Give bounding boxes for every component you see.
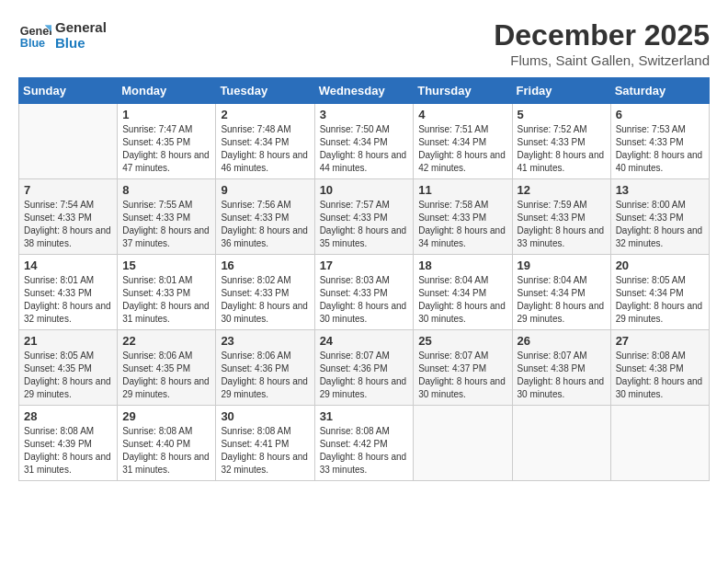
day-info: Sunrise: 8:05 AM Sunset: 4:34 PM Dayligh… — [616, 274, 704, 326]
day-number: 9 — [221, 183, 309, 197]
week-row-5: 28Sunrise: 8:08 AM Sunset: 4:39 PM Dayli… — [19, 406, 710, 481]
day-cell: 27Sunrise: 8:08 AM Sunset: 4:38 PM Dayli… — [610, 330, 709, 406]
day-cell: 16Sunrise: 8:02 AM Sunset: 4:33 PM Dayli… — [216, 255, 314, 330]
day-number: 24 — [320, 334, 409, 348]
day-number: 14 — [24, 259, 112, 272]
day-info: Sunrise: 8:08 AM Sunset: 4:39 PM Dayligh… — [24, 425, 112, 477]
day-number: 25 — [418, 334, 506, 348]
day-number: 21 — [24, 334, 112, 348]
day-cell: 21Sunrise: 8:05 AM Sunset: 4:35 PM Dayli… — [19, 330, 118, 406]
day-info: Sunrise: 8:01 AM Sunset: 4:33 PM Dayligh… — [24, 274, 112, 326]
location-title: Flums, Saint Gallen, Switzerland — [494, 52, 710, 68]
day-info: Sunrise: 7:58 AM Sunset: 4:33 PM Dayligh… — [418, 199, 506, 250]
day-number: 2 — [221, 108, 309, 121]
day-cell: 29Sunrise: 8:08 AM Sunset: 4:40 PM Dayli… — [118, 406, 216, 481]
week-row-4: 21Sunrise: 8:05 AM Sunset: 4:35 PM Dayli… — [19, 330, 710, 406]
day-cell: 17Sunrise: 8:03 AM Sunset: 4:33 PM Dayli… — [314, 255, 414, 330]
day-cell: 9Sunrise: 7:56 AM Sunset: 4:33 PM Daylig… — [216, 179, 314, 255]
day-number: 5 — [518, 108, 606, 121]
day-cell: 13Sunrise: 8:00 AM Sunset: 4:33 PM Dayli… — [610, 179, 709, 255]
day-number: 30 — [221, 409, 309, 423]
day-info: Sunrise: 7:59 AM Sunset: 4:33 PM Dayligh… — [518, 199, 606, 250]
day-cell: 15Sunrise: 8:01 AM Sunset: 4:33 PM Dayli… — [118, 255, 216, 330]
day-cell: 10Sunrise: 7:57 AM Sunset: 4:33 PM Dayli… — [314, 179, 414, 255]
day-cell: 1Sunrise: 7:47 AM Sunset: 4:35 PM Daylig… — [118, 104, 216, 179]
day-info: Sunrise: 8:07 AM Sunset: 4:37 PM Dayligh… — [418, 350, 506, 401]
header-cell-saturday: Saturday — [610, 78, 709, 104]
day-info: Sunrise: 7:57 AM Sunset: 4:33 PM Dayligh… — [320, 199, 409, 250]
day-cell: 19Sunrise: 8:04 AM Sunset: 4:34 PM Dayli… — [512, 255, 610, 330]
day-number: 20 — [616, 259, 704, 272]
day-number: 23 — [221, 334, 309, 348]
day-cell: 31Sunrise: 8:08 AM Sunset: 4:42 PM Dayli… — [314, 406, 414, 481]
day-info: Sunrise: 8:08 AM Sunset: 4:40 PM Dayligh… — [122, 425, 210, 477]
day-info: Sunrise: 8:04 AM Sunset: 4:34 PM Dayligh… — [418, 274, 506, 326]
logo: General Blue General Blue — [18, 18, 107, 52]
day-info: Sunrise: 7:54 AM Sunset: 4:33 PM Dayligh… — [24, 199, 112, 250]
day-cell: 24Sunrise: 8:07 AM Sunset: 4:36 PM Dayli… — [314, 330, 414, 406]
day-info: Sunrise: 7:53 AM Sunset: 4:33 PM Dayligh… — [616, 123, 704, 175]
day-cell: 28Sunrise: 8:08 AM Sunset: 4:39 PM Dayli… — [19, 406, 118, 481]
day-number: 26 — [518, 334, 606, 348]
day-number: 27 — [616, 334, 704, 348]
day-cell: 25Sunrise: 8:07 AM Sunset: 4:37 PM Dayli… — [414, 330, 512, 406]
day-number: 1 — [122, 108, 210, 121]
day-info: Sunrise: 7:52 AM Sunset: 4:33 PM Dayligh… — [518, 123, 606, 175]
day-number: 3 — [320, 108, 409, 121]
day-cell: 23Sunrise: 8:06 AM Sunset: 4:36 PM Dayli… — [216, 330, 314, 406]
logo-line1: General — [55, 19, 107, 35]
day-number: 31 — [320, 409, 409, 423]
day-cell: 8Sunrise: 7:55 AM Sunset: 4:33 PM Daylig… — [118, 179, 216, 255]
day-cell: 11Sunrise: 7:58 AM Sunset: 4:33 PM Dayli… — [414, 179, 512, 255]
day-info: Sunrise: 8:00 AM Sunset: 4:33 PM Dayligh… — [616, 199, 704, 250]
day-info: Sunrise: 7:55 AM Sunset: 4:33 PM Dayligh… — [122, 199, 210, 250]
day-number: 8 — [122, 183, 210, 197]
header: General Blue General Blue December 2025 … — [18, 18, 710, 68]
day-number: 7 — [24, 183, 112, 197]
calendar-table: SundayMondayTuesdayWednesdayThursdayFrid… — [18, 77, 710, 481]
day-cell: 5Sunrise: 7:52 AM Sunset: 4:33 PM Daylig… — [512, 104, 610, 179]
day-cell: 30Sunrise: 8:08 AM Sunset: 4:41 PM Dayli… — [216, 406, 314, 481]
day-cell: 18Sunrise: 8:04 AM Sunset: 4:34 PM Dayli… — [414, 255, 512, 330]
day-cell: 6Sunrise: 7:53 AM Sunset: 4:33 PM Daylig… — [610, 104, 709, 179]
header-cell-tuesday: Tuesday — [216, 78, 314, 104]
day-cell — [512, 406, 610, 481]
svg-text:Blue: Blue — [20, 37, 45, 50]
day-info: Sunrise: 8:02 AM Sunset: 4:33 PM Dayligh… — [221, 274, 309, 326]
day-cell: 4Sunrise: 7:51 AM Sunset: 4:34 PM Daylig… — [414, 104, 512, 179]
day-cell: 20Sunrise: 8:05 AM Sunset: 4:34 PM Dayli… — [610, 255, 709, 330]
day-number: 17 — [320, 259, 409, 272]
header-cell-thursday: Thursday — [414, 78, 512, 104]
day-info: Sunrise: 8:05 AM Sunset: 4:35 PM Dayligh… — [24, 350, 112, 401]
title-area: December 2025 Flums, Saint Gallen, Switz… — [494, 18, 710, 68]
day-number: 15 — [122, 259, 210, 272]
day-cell — [19, 104, 118, 179]
day-info: Sunrise: 7:47 AM Sunset: 4:35 PM Dayligh… — [122, 123, 210, 175]
day-info: Sunrise: 8:06 AM Sunset: 4:35 PM Dayligh… — [122, 350, 210, 401]
day-info: Sunrise: 8:04 AM Sunset: 4:34 PM Dayligh… — [518, 274, 606, 326]
day-cell — [414, 406, 512, 481]
day-info: Sunrise: 8:08 AM Sunset: 4:42 PM Dayligh… — [320, 425, 409, 477]
logo-icon: General Blue — [18, 18, 51, 52]
day-number: 28 — [24, 409, 112, 423]
header-row: SundayMondayTuesdayWednesdayThursdayFrid… — [19, 78, 710, 104]
day-info: Sunrise: 8:07 AM Sunset: 4:36 PM Dayligh… — [320, 350, 409, 401]
day-number: 4 — [418, 108, 506, 121]
logo-line2: Blue — [55, 35, 107, 51]
day-number: 19 — [518, 259, 606, 272]
day-number: 18 — [418, 259, 506, 272]
day-number: 6 — [616, 108, 704, 121]
week-row-2: 7Sunrise: 7:54 AM Sunset: 4:33 PM Daylig… — [19, 179, 710, 255]
day-info: Sunrise: 8:03 AM Sunset: 4:33 PM Dayligh… — [320, 274, 409, 326]
header-cell-sunday: Sunday — [19, 78, 118, 104]
day-info: Sunrise: 7:51 AM Sunset: 4:34 PM Dayligh… — [418, 123, 506, 175]
header-cell-monday: Monday — [118, 78, 216, 104]
day-info: Sunrise: 8:06 AM Sunset: 4:36 PM Dayligh… — [221, 350, 309, 401]
day-info: Sunrise: 8:08 AM Sunset: 4:38 PM Dayligh… — [616, 350, 704, 401]
day-cell: 2Sunrise: 7:48 AM Sunset: 4:34 PM Daylig… — [216, 104, 314, 179]
day-info: Sunrise: 8:07 AM Sunset: 4:38 PM Dayligh… — [518, 350, 606, 401]
day-info: Sunrise: 7:48 AM Sunset: 4:34 PM Dayligh… — [221, 123, 309, 175]
day-number: 16 — [221, 259, 309, 272]
month-title: December 2025 — [494, 18, 710, 52]
day-number: 12 — [518, 183, 606, 197]
